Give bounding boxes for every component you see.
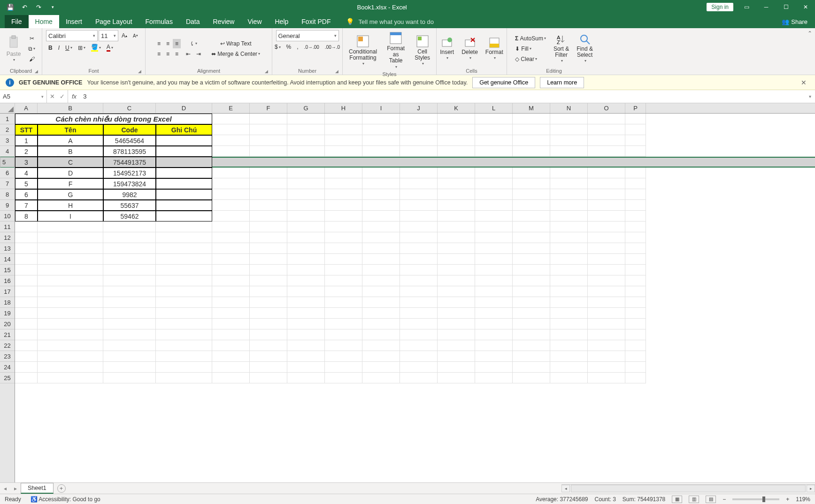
cell-I25[interactable] xyxy=(362,373,400,383)
cell-E23[interactable] xyxy=(212,351,250,362)
table-title[interactable]: Cách chèn nhiều dòng trong Excel xyxy=(15,114,212,124)
normal-view-icon[interactable]: ▦ xyxy=(672,496,682,503)
decrease-decimal-icon[interactable]: .00→.0 xyxy=(323,43,342,51)
cell-O16[interactable] xyxy=(588,275,625,286)
cell-E13[interactable] xyxy=(212,243,250,254)
cell-F21[interactable] xyxy=(250,329,287,340)
cell-B11[interactable] xyxy=(38,221,103,232)
cell-C22[interactable] xyxy=(103,340,156,351)
fx-icon[interactable]: fx xyxy=(68,93,80,100)
cell-A18[interactable] xyxy=(15,297,38,308)
cell-P4[interactable] xyxy=(625,146,646,157)
cell-J2[interactable] xyxy=(400,124,438,135)
cell-L20[interactable] xyxy=(475,319,513,329)
fill-color-icon[interactable]: 🪣▾ xyxy=(89,42,103,53)
cell-H3[interactable] xyxy=(325,135,362,146)
cell-K25[interactable] xyxy=(438,373,475,383)
column-header-F[interactable]: F xyxy=(250,103,287,113)
cell-P22[interactable] xyxy=(625,340,646,351)
cell-B15[interactable] xyxy=(38,265,103,275)
tab-page-layout[interactable]: Page Layout xyxy=(89,15,139,28)
cell-M23[interactable] xyxy=(513,351,550,362)
cell-N9[interactable] xyxy=(550,200,588,211)
cell-N11[interactable] xyxy=(550,221,588,232)
cell-J25[interactable] xyxy=(400,373,438,383)
cell-N22[interactable] xyxy=(550,340,588,351)
cell-A25[interactable] xyxy=(15,373,38,383)
cell-M25[interactable] xyxy=(513,373,550,383)
number-dialog-icon[interactable]: ◢ xyxy=(335,69,338,74)
cell-D8[interactable] xyxy=(156,189,212,200)
cell-J6[interactable] xyxy=(400,168,438,178)
increase-font-icon[interactable]: A▴ xyxy=(119,31,130,40)
cell-G21[interactable] xyxy=(287,329,325,340)
tab-data[interactable]: Data xyxy=(179,15,207,28)
cell-M14[interactable] xyxy=(513,254,550,265)
cell-P12[interactable] xyxy=(625,232,646,243)
cell-O11[interactable] xyxy=(588,221,625,232)
cell-G22[interactable] xyxy=(287,340,325,351)
column-header-H[interactable]: H xyxy=(325,103,362,113)
ribbon-display-icon[interactable]: ▭ xyxy=(740,0,753,14)
cell-H22[interactable] xyxy=(325,340,362,351)
column-header-E[interactable]: E xyxy=(212,103,250,113)
cell-I1[interactable] xyxy=(362,114,400,124)
cell-E15[interactable] xyxy=(212,265,250,275)
cell-P24[interactable] xyxy=(625,362,646,373)
cell-D6[interactable] xyxy=(156,168,212,178)
cell-G2[interactable] xyxy=(287,124,325,135)
cell-F22[interactable] xyxy=(250,340,287,351)
cell-M8[interactable] xyxy=(513,189,550,200)
cell-N2[interactable] xyxy=(550,124,588,135)
cell-I17[interactable] xyxy=(362,286,400,297)
hscroll-left-icon[interactable]: ◂ xyxy=(561,485,570,492)
collapse-ribbon-icon[interactable]: ⌃ xyxy=(807,30,812,37)
cell-O15[interactable] xyxy=(588,265,625,275)
cell-L4[interactable] xyxy=(475,146,513,157)
cell-B25[interactable] xyxy=(38,373,103,383)
enter-formula-icon[interactable]: ✓ xyxy=(60,93,65,100)
row-header-23[interactable]: 23 xyxy=(0,351,15,362)
cell-A23[interactable] xyxy=(15,351,38,362)
cell-J19[interactable] xyxy=(400,308,438,319)
row-header-1[interactable]: 1 xyxy=(0,114,15,124)
cell-A21[interactable] xyxy=(15,329,38,340)
cell-M9[interactable] xyxy=(513,200,550,211)
column-header-K[interactable]: K xyxy=(438,103,475,113)
cell-J22[interactable] xyxy=(400,340,438,351)
name-box[interactable]: A5▾ xyxy=(0,90,47,103)
cell-C15[interactable] xyxy=(103,265,156,275)
cell-M16[interactable] xyxy=(513,275,550,286)
column-headers[interactable]: ABCDEFGHIJKLMNOP xyxy=(15,103,815,114)
percent-format-icon[interactable]: % xyxy=(284,42,294,52)
cell-E24[interactable] xyxy=(212,362,250,373)
row-header-12[interactable]: 12 xyxy=(0,232,15,243)
cell-F17[interactable] xyxy=(250,286,287,297)
cells-grid[interactable]: Cách chèn nhiều dòng trong ExcelSTTTênCo… xyxy=(15,114,815,482)
cell-G16[interactable] xyxy=(287,275,325,286)
cell-C9[interactable]: 55637 xyxy=(103,200,156,211)
cell-G13[interactable] xyxy=(287,243,325,254)
cell-E10[interactable] xyxy=(212,211,250,221)
cell-I23[interactable] xyxy=(362,351,400,362)
paste-button[interactable]: Paste▾ xyxy=(4,34,23,64)
cell-N21[interactable] xyxy=(550,329,588,340)
cell-K3[interactable] xyxy=(438,135,475,146)
page-layout-view-icon[interactable]: ▥ xyxy=(689,496,699,503)
tab-file[interactable]: File xyxy=(5,15,29,28)
cell-K21[interactable] xyxy=(438,329,475,340)
cell-N8[interactable] xyxy=(550,189,588,200)
cell-H4[interactable] xyxy=(325,146,362,157)
cell-C3[interactable]: 54654564 xyxy=(103,135,156,146)
column-header-C[interactable]: C xyxy=(103,103,156,113)
cell-N1[interactable] xyxy=(550,114,588,124)
cell-L9[interactable] xyxy=(475,200,513,211)
cell-P19[interactable] xyxy=(625,308,646,319)
cell-I13[interactable] xyxy=(362,243,400,254)
cell-K18[interactable] xyxy=(438,297,475,308)
cell-F20[interactable] xyxy=(250,319,287,329)
cell-J8[interactable] xyxy=(400,189,438,200)
cell-L16[interactable] xyxy=(475,275,513,286)
cell-D13[interactable] xyxy=(156,243,212,254)
cell-F19[interactable] xyxy=(250,308,287,319)
